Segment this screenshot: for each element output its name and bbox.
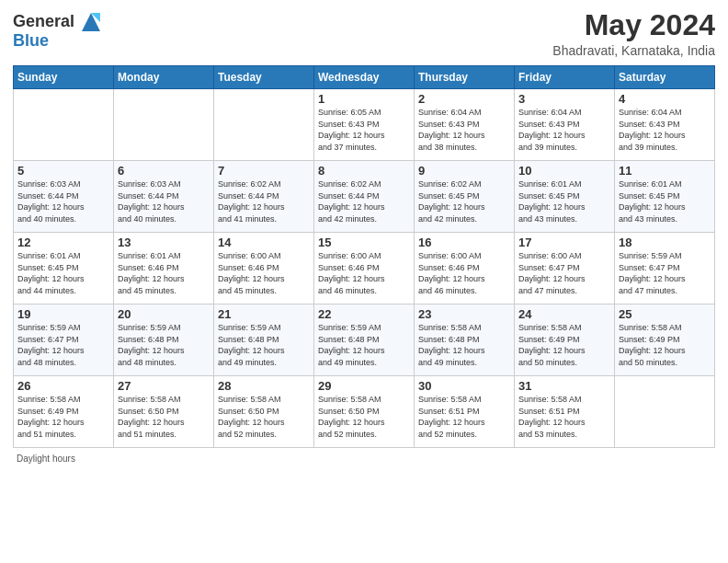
day-number: 23	[418, 307, 510, 321]
day-number: 7	[218, 164, 310, 178]
day-info: Sunrise: 6:04 AM Sunset: 6:43 PM Dayligh…	[418, 107, 510, 153]
header: General Blue May 2024 Bhadravati, Karnat…	[13, 9, 715, 58]
day-header-tuesday: Tuesday	[214, 66, 314, 89]
calendar-cell	[14, 89, 114, 161]
day-number: 4	[619, 92, 711, 106]
day-info: Sunrise: 5:59 AM Sunset: 6:47 PM Dayligh…	[17, 322, 109, 368]
calendar-cell: 30Sunrise: 5:58 AM Sunset: 6:51 PM Dayli…	[415, 376, 515, 448]
calendar-cell: 31Sunrise: 5:58 AM Sunset: 6:51 PM Dayli…	[515, 376, 615, 448]
calendar-cell: 7Sunrise: 6:02 AM Sunset: 6:44 PM Daylig…	[214, 161, 314, 233]
calendar-header-row: SundayMondayTuesdayWednesdayThursdayFrid…	[14, 66, 715, 89]
day-number: 30	[418, 379, 510, 393]
calendar-cell: 23Sunrise: 5:58 AM Sunset: 6:48 PM Dayli…	[415, 304, 515, 376]
calendar-cell: 19Sunrise: 5:59 AM Sunset: 6:47 PM Dayli…	[14, 304, 114, 376]
calendar-cell: 9Sunrise: 6:02 AM Sunset: 6:45 PM Daylig…	[415, 161, 515, 233]
day-number: 27	[118, 379, 210, 393]
day-number: 5	[17, 164, 109, 178]
calendar-cell: 13Sunrise: 6:01 AM Sunset: 6:46 PM Dayli…	[114, 233, 214, 304]
day-number: 12	[17, 236, 109, 249]
day-info: Sunrise: 5:58 AM Sunset: 6:51 PM Dayligh…	[418, 394, 510, 440]
day-info: Sunrise: 6:03 AM Sunset: 6:44 PM Dayligh…	[118, 178, 210, 224]
calendar-cell	[615, 376, 715, 448]
day-number: 14	[218, 236, 310, 249]
day-info: Sunrise: 6:01 AM Sunset: 6:46 PM Dayligh…	[118, 250, 210, 296]
calendar-cell: 2Sunrise: 6:04 AM Sunset: 6:43 PM Daylig…	[415, 89, 515, 161]
logo-text: General	[13, 13, 74, 31]
day-info: Sunrise: 5:58 AM Sunset: 6:50 PM Dayligh…	[318, 394, 410, 440]
day-info: Sunrise: 6:01 AM Sunset: 6:45 PM Dayligh…	[518, 178, 610, 224]
calendar-cell: 10Sunrise: 6:01 AM Sunset: 6:45 PM Dayli…	[515, 161, 615, 233]
calendar-week-4: 19Sunrise: 5:59 AM Sunset: 6:47 PM Dayli…	[14, 304, 715, 376]
day-info: Sunrise: 5:58 AM Sunset: 6:49 PM Dayligh…	[619, 322, 711, 368]
calendar-cell: 1Sunrise: 6:05 AM Sunset: 6:43 PM Daylig…	[314, 89, 415, 161]
day-info: Sunrise: 6:03 AM Sunset: 6:44 PM Dayligh…	[17, 178, 109, 224]
calendar-cell: 8Sunrise: 6:02 AM Sunset: 6:44 PM Daylig…	[314, 161, 415, 233]
calendar-week-3: 12Sunrise: 6:01 AM Sunset: 6:45 PM Dayli…	[14, 233, 715, 304]
calendar-body: 1Sunrise: 6:05 AM Sunset: 6:43 PM Daylig…	[14, 89, 715, 448]
day-number: 10	[518, 164, 610, 178]
day-number: 6	[118, 164, 210, 178]
day-number: 26	[17, 379, 109, 393]
day-info: Sunrise: 5:58 AM Sunset: 6:49 PM Dayligh…	[17, 394, 109, 440]
calendar-cell: 24Sunrise: 5:58 AM Sunset: 6:49 PM Dayli…	[515, 304, 615, 376]
calendar-cell: 4Sunrise: 6:04 AM Sunset: 6:43 PM Daylig…	[615, 89, 715, 161]
calendar-cell: 11Sunrise: 6:01 AM Sunset: 6:45 PM Dayli…	[615, 161, 715, 233]
day-info: Sunrise: 6:02 AM Sunset: 6:45 PM Dayligh…	[418, 178, 510, 224]
day-number: 22	[318, 307, 410, 321]
day-header-monday: Monday	[114, 66, 214, 89]
day-number: 3	[518, 92, 610, 106]
day-header-wednesday: Wednesday	[314, 66, 415, 89]
day-info: Sunrise: 6:04 AM Sunset: 6:43 PM Dayligh…	[619, 107, 711, 153]
day-info: Sunrise: 5:59 AM Sunset: 6:48 PM Dayligh…	[118, 322, 210, 368]
day-number: 2	[418, 92, 510, 106]
day-number: 16	[418, 236, 510, 249]
day-info: Sunrise: 6:01 AM Sunset: 6:45 PM Dayligh…	[17, 250, 109, 296]
calendar-cell: 3Sunrise: 6:04 AM Sunset: 6:43 PM Daylig…	[515, 89, 615, 161]
day-info: Sunrise: 6:05 AM Sunset: 6:43 PM Dayligh…	[318, 107, 410, 153]
day-info: Sunrise: 6:00 AM Sunset: 6:46 PM Dayligh…	[318, 250, 410, 296]
day-number: 11	[619, 164, 711, 178]
day-info: Sunrise: 5:58 AM Sunset: 6:50 PM Dayligh…	[218, 394, 310, 440]
calendar-cell: 28Sunrise: 5:58 AM Sunset: 6:50 PM Dayli…	[214, 376, 314, 448]
day-number: 15	[318, 236, 410, 249]
day-header-saturday: Saturday	[615, 66, 715, 89]
day-info: Sunrise: 5:58 AM Sunset: 6:48 PM Dayligh…	[418, 322, 510, 368]
day-number: 28	[218, 379, 310, 393]
day-number: 19	[17, 307, 109, 321]
location-subtitle: Bhadravati, Karnataka, India	[552, 43, 715, 58]
day-info: Sunrise: 5:59 AM Sunset: 6:47 PM Dayligh…	[619, 250, 711, 296]
calendar-cell: 27Sunrise: 5:58 AM Sunset: 6:50 PM Dayli…	[114, 376, 214, 448]
calendar-week-2: 5Sunrise: 6:03 AM Sunset: 6:44 PM Daylig…	[14, 161, 715, 233]
day-number: 20	[118, 307, 210, 321]
calendar-week-5: 26Sunrise: 5:58 AM Sunset: 6:49 PM Dayli…	[14, 376, 715, 448]
month-title: May 2024	[552, 9, 715, 41]
calendar-cell: 16Sunrise: 6:00 AM Sunset: 6:46 PM Dayli…	[415, 233, 515, 304]
calendar-cell: 29Sunrise: 5:58 AM Sunset: 6:50 PM Dayli…	[314, 376, 415, 448]
logo: General Blue	[13, 9, 104, 51]
calendar-week-1: 1Sunrise: 6:05 AM Sunset: 6:43 PM Daylig…	[14, 89, 715, 161]
day-info: Sunrise: 5:58 AM Sunset: 6:51 PM Dayligh…	[518, 394, 610, 440]
logo-icon	[78, 9, 104, 35]
day-info: Sunrise: 5:58 AM Sunset: 6:50 PM Dayligh…	[118, 394, 210, 440]
calendar-cell: 14Sunrise: 6:00 AM Sunset: 6:46 PM Dayli…	[214, 233, 314, 304]
calendar-cell: 17Sunrise: 6:00 AM Sunset: 6:47 PM Dayli…	[515, 233, 615, 304]
footer: Daylight hours	[13, 454, 715, 464]
day-info: Sunrise: 6:04 AM Sunset: 6:43 PM Dayligh…	[518, 107, 610, 153]
day-number: 29	[318, 379, 410, 393]
day-info: Sunrise: 5:59 AM Sunset: 6:48 PM Dayligh…	[218, 322, 310, 368]
title-block: May 2024 Bhadravati, Karnataka, India	[552, 9, 715, 58]
day-number: 8	[318, 164, 410, 178]
day-number: 9	[418, 164, 510, 178]
day-number: 25	[619, 307, 711, 321]
calendar-cell	[114, 89, 214, 161]
day-info: Sunrise: 6:00 AM Sunset: 6:47 PM Dayligh…	[518, 250, 610, 296]
calendar-cell: 5Sunrise: 6:03 AM Sunset: 6:44 PM Daylig…	[14, 161, 114, 233]
calendar-cell: 25Sunrise: 5:58 AM Sunset: 6:49 PM Dayli…	[615, 304, 715, 376]
day-number: 21	[218, 307, 310, 321]
calendar-cell: 20Sunrise: 5:59 AM Sunset: 6:48 PM Dayli…	[114, 304, 214, 376]
footer-text: Daylight hours	[17, 454, 75, 464]
calendar-cell: 6Sunrise: 6:03 AM Sunset: 6:44 PM Daylig…	[114, 161, 214, 233]
day-number: 31	[518, 379, 610, 393]
day-number: 18	[619, 236, 711, 249]
calendar-cell: 22Sunrise: 5:59 AM Sunset: 6:48 PM Dayli…	[314, 304, 415, 376]
